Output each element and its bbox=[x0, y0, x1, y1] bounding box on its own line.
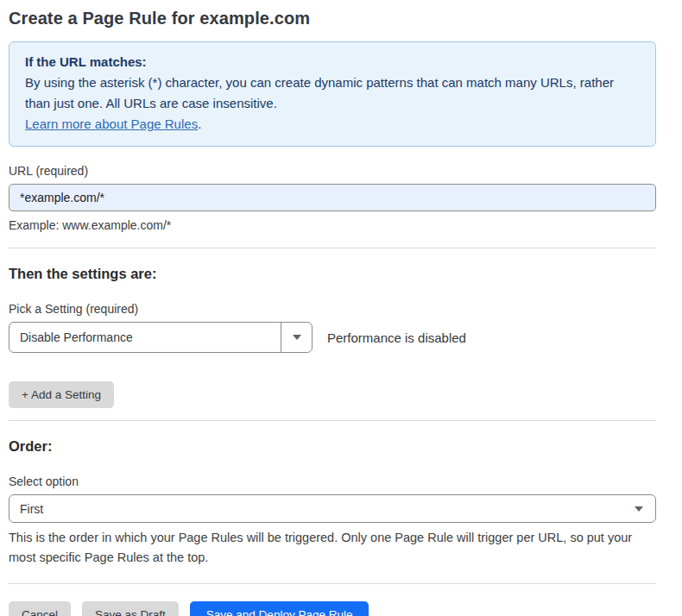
order-select-label: Select option bbox=[9, 475, 656, 488]
order-select-arrow bbox=[635, 495, 655, 522]
setting-select-value: Disable Performance bbox=[9, 323, 281, 352]
page-rule-form: Create a Page Rule for example.com If th… bbox=[0, 0, 682, 616]
cancel-button[interactable]: Cancel bbox=[9, 601, 71, 616]
add-setting-button[interactable]: + Add a Setting bbox=[9, 381, 114, 408]
url-field-label: URL (required) bbox=[9, 164, 656, 178]
page-title: Create a Page Rule for example.com bbox=[9, 9, 656, 28]
info-box-link-line: Learn more about Page Rules. bbox=[25, 114, 640, 135]
settings-section-heading: Then the settings are: bbox=[9, 266, 656, 282]
chevron-down-icon bbox=[293, 335, 301, 340]
url-match-info-box: If the URL matches: By using the asteris… bbox=[9, 41, 656, 147]
divider bbox=[9, 420, 656, 421]
url-input[interactable] bbox=[9, 184, 656, 211]
info-box-heading: If the URL matches: bbox=[25, 52, 640, 72]
order-select[interactable]: First bbox=[9, 494, 656, 523]
divider bbox=[9, 248, 656, 248]
save-as-draft-button[interactable]: Save as Draft bbox=[82, 601, 179, 616]
footer-buttons: Cancel Save as Draft Save and Deploy Pag… bbox=[9, 601, 656, 616]
pick-setting-label: Pick a Setting (required) bbox=[9, 302, 656, 316]
save-and-deploy-button[interactable]: Save and Deploy Page Rule bbox=[190, 601, 369, 616]
setting-select-arrow-button[interactable] bbox=[281, 323, 312, 352]
setting-select[interactable]: Disable Performance bbox=[9, 322, 313, 353]
learn-more-link[interactable]: Learn more about Page Rules bbox=[25, 116, 198, 131]
order-help-text: This is the order in which your Page Rul… bbox=[9, 528, 656, 568]
order-section-heading: Order: bbox=[9, 438, 656, 455]
url-example-text: Example: www.example.com/* bbox=[9, 218, 656, 232]
setting-status-text: Performance is disabled bbox=[327, 330, 466, 345]
divider bbox=[9, 583, 656, 584]
info-box-body: By using the asterisk (*) character, you… bbox=[25, 72, 640, 114]
link-suffix: . bbox=[198, 116, 201, 131]
setting-row: Disable Performance Performance is disab… bbox=[9, 322, 656, 353]
chevron-down-icon bbox=[635, 506, 643, 512]
order-select-value: First bbox=[9, 495, 635, 522]
